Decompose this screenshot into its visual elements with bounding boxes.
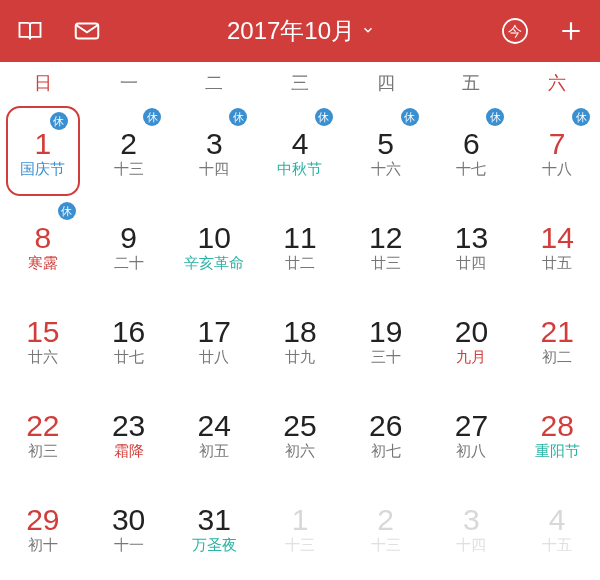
calendar-day[interactable]: 23霜降 xyxy=(86,386,172,480)
calendar-day[interactable]: 休2十三 xyxy=(86,104,172,198)
calendar-day[interactable]: 22初三 xyxy=(0,386,86,480)
day-number: 4 xyxy=(292,129,309,159)
day-sublabel: 初二 xyxy=(542,349,572,366)
weekday-row: 日一二三四五六 xyxy=(0,62,600,104)
day-sublabel: 廿五 xyxy=(542,255,572,272)
calendar-day[interactable]: 休1国庆节 xyxy=(6,106,80,196)
day-number: 28 xyxy=(540,411,573,441)
day-number: 19 xyxy=(369,317,402,347)
day-number: 9 xyxy=(120,223,137,253)
day-number: 5 xyxy=(377,129,394,159)
calendar-day[interactable]: 26初七 xyxy=(343,386,429,480)
calendar-day[interactable]: 15廿六 xyxy=(0,292,86,386)
svg-text:今: 今 xyxy=(508,23,522,39)
calendar-day[interactable]: 13廿四 xyxy=(429,198,515,292)
day-number: 24 xyxy=(198,411,231,441)
weekday-label: 三 xyxy=(257,71,343,95)
holiday-badge: 休 xyxy=(58,202,76,220)
weekday-label: 四 xyxy=(343,71,429,95)
day-number: 10 xyxy=(198,223,231,253)
day-number: 22 xyxy=(26,411,59,441)
book-icon[interactable] xyxy=(16,17,44,45)
calendar-day[interactable]: 11廿二 xyxy=(257,198,343,292)
calendar-day[interactable]: 16廿七 xyxy=(86,292,172,386)
calendar-day[interactable]: 20九月 xyxy=(429,292,515,386)
day-sublabel: 中秋节 xyxy=(277,161,322,178)
mail-icon[interactable] xyxy=(72,16,102,46)
calendar-day[interactable]: 休3十四 xyxy=(171,104,257,198)
day-number: 17 xyxy=(198,317,231,347)
day-sublabel: 廿八 xyxy=(199,349,229,366)
day-number: 2 xyxy=(377,505,394,535)
day-number: 12 xyxy=(369,223,402,253)
calendar-day[interactable]: 27初八 xyxy=(429,386,515,480)
day-sublabel: 辛亥革命 xyxy=(184,255,244,272)
day-sublabel: 十四 xyxy=(199,161,229,178)
calendar-day[interactable]: 24初五 xyxy=(171,386,257,480)
weekday-label: 五 xyxy=(429,71,515,95)
add-icon[interactable] xyxy=(558,18,584,44)
calendar-day[interactable]: 12廿三 xyxy=(343,198,429,292)
day-sublabel: 九月 xyxy=(456,349,486,366)
day-number: 6 xyxy=(463,129,480,159)
calendar-day[interactable]: 休4中秋节 xyxy=(257,104,343,198)
day-sublabel: 十六 xyxy=(371,161,401,178)
holiday-badge: 休 xyxy=(401,108,419,126)
day-number: 7 xyxy=(549,129,566,159)
calendar-day[interactable]: 休6十七 xyxy=(429,104,515,198)
chevron-down-icon xyxy=(361,23,375,40)
day-sublabel: 二十 xyxy=(114,255,144,272)
day-sublabel: 初十 xyxy=(28,537,58,554)
day-number: 2 xyxy=(120,129,137,159)
month-title: 2017年10月 xyxy=(227,15,355,47)
day-sublabel: 廿四 xyxy=(456,255,486,272)
day-sublabel: 初六 xyxy=(285,443,315,460)
calendar-day[interactable]: 30十一 xyxy=(86,480,172,574)
day-sublabel: 万圣夜 xyxy=(192,537,237,554)
calendar-day[interactable]: 休7十八 xyxy=(514,104,600,198)
day-number: 30 xyxy=(112,505,145,535)
calendar-day[interactable]: 21初二 xyxy=(514,292,600,386)
day-number: 26 xyxy=(369,411,402,441)
calendar-day[interactable]: 14廿五 xyxy=(514,198,600,292)
weekday-label: 六 xyxy=(514,71,600,95)
holiday-badge: 休 xyxy=(315,108,333,126)
day-number: 18 xyxy=(283,317,316,347)
holiday-badge: 休 xyxy=(229,108,247,126)
day-sublabel: 国庆节 xyxy=(20,161,65,178)
day-number: 4 xyxy=(549,505,566,535)
day-sublabel: 十三 xyxy=(114,161,144,178)
day-number: 3 xyxy=(463,505,480,535)
calendar-grid: 休1国庆节休2十三休3十四休4中秋节休5十六休6十七休7十八休8寒露9二十10辛… xyxy=(0,104,600,574)
calendar-day[interactable]: 28重阳节 xyxy=(514,386,600,480)
day-sublabel: 十三 xyxy=(371,537,401,554)
calendar-day[interactable]: 31万圣夜 xyxy=(171,480,257,574)
day-sublabel: 霜降 xyxy=(114,443,144,460)
day-sublabel: 重阳节 xyxy=(535,443,580,460)
day-number: 27 xyxy=(455,411,488,441)
calendar-day[interactable]: 17廿八 xyxy=(171,292,257,386)
calendar-day: 1十三 xyxy=(257,480,343,574)
calendar-day[interactable]: 休5十六 xyxy=(343,104,429,198)
day-number: 20 xyxy=(455,317,488,347)
calendar-day[interactable]: 9二十 xyxy=(86,198,172,292)
calendar-day[interactable]: 休8寒露 xyxy=(0,198,86,292)
calendar-day[interactable]: 10辛亥革命 xyxy=(171,198,257,292)
calendar-day[interactable]: 19三十 xyxy=(343,292,429,386)
day-number: 29 xyxy=(26,505,59,535)
header-left xyxy=(16,16,102,46)
header-right: 今 xyxy=(500,16,584,46)
day-sublabel: 廿二 xyxy=(285,255,315,272)
month-selector[interactable]: 2017年10月 xyxy=(102,15,500,47)
calendar-day[interactable]: 29初十 xyxy=(0,480,86,574)
calendar-day: 3十四 xyxy=(429,480,515,574)
day-sublabel: 十五 xyxy=(542,537,572,554)
day-number: 1 xyxy=(292,505,309,535)
calendar-day[interactable]: 18廿九 xyxy=(257,292,343,386)
day-sublabel: 初八 xyxy=(456,443,486,460)
day-sublabel: 十八 xyxy=(542,161,572,178)
calendar-day[interactable]: 25初六 xyxy=(257,386,343,480)
day-sublabel: 初三 xyxy=(28,443,58,460)
day-number: 3 xyxy=(206,129,223,159)
today-button[interactable]: 今 xyxy=(500,16,530,46)
